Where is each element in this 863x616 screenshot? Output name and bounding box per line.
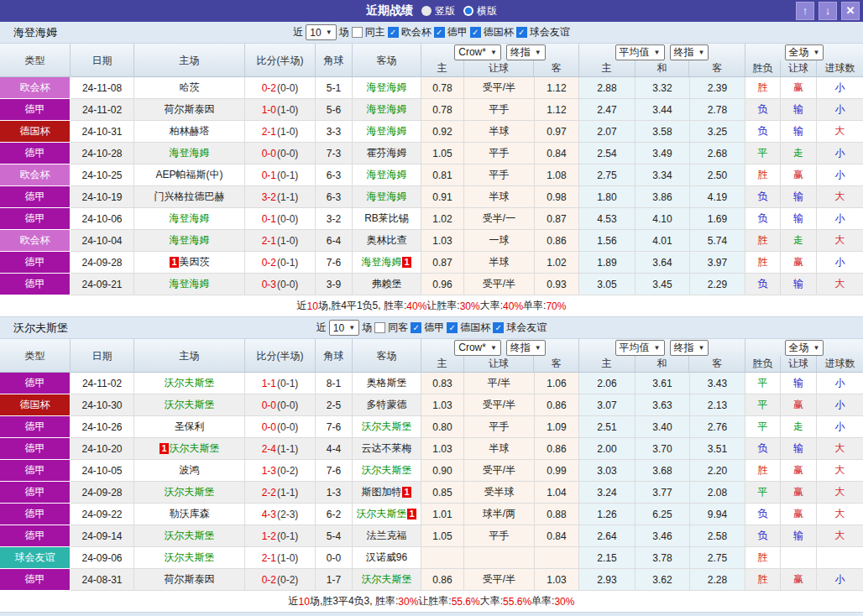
- col-away: 客场: [353, 339, 421, 373]
- close-icon: ✕: [846, 4, 855, 17]
- odds-home-cell: 0.86: [421, 569, 464, 591]
- odds-away-cell: 1.12: [535, 99, 579, 121]
- away-team-name: 沃尔夫斯堡: [362, 463, 412, 478]
- avg-home-cell: 2.64: [579, 525, 635, 547]
- goals-cell: [817, 547, 863, 569]
- odds-handicap-cell: 受平/半: [464, 274, 535, 295]
- avg-draw-cell: 3.58: [635, 121, 690, 143]
- avg-kind-select[interactable]: 终指▼: [670, 340, 709, 356]
- goals-cell: 大: [817, 121, 863, 143]
- halftime-score: (0-0): [277, 82, 298, 94]
- away-team-cell: RB莱比锡: [353, 208, 421, 230]
- league-checkbox[interactable]: ✓: [493, 322, 504, 333]
- scope-select[interactable]: 全场▼: [785, 44, 824, 60]
- col-odds-away: 客: [534, 60, 578, 76]
- recent-count-select[interactable]: 10▼: [329, 320, 359, 336]
- odds-source-select[interactable]: Crow*▼: [454, 340, 501, 356]
- goals-cell: 小: [817, 416, 863, 438]
- avg-draw-cell: 3.78: [635, 547, 690, 569]
- league-checkbox[interactable]: ✓: [447, 322, 458, 333]
- away-team-cell: 汉诺威96: [353, 547, 421, 569]
- avg-source-select[interactable]: 平均值▼: [615, 44, 665, 60]
- move-down-button[interactable]: ↓: [819, 2, 837, 20]
- summary-segment: 40%: [503, 300, 523, 312]
- col-score: 比分(半场): [245, 44, 316, 77]
- halftime-score: (0-0): [277, 213, 298, 225]
- odds-kind-select[interactable]: 终指▼: [506, 44, 546, 60]
- move-up-button[interactable]: ↑: [796, 2, 814, 20]
- league-label: 德甲: [447, 25, 468, 39]
- summary-segment: 大率:: [480, 299, 503, 313]
- avg-away-cell: 2.28: [690, 569, 745, 591]
- result-cell: 负: [745, 121, 781, 143]
- odds-away-cell: 0.84: [535, 143, 579, 164]
- type-cell: 德甲: [0, 525, 71, 547]
- table-header: 类型日期主场比分(半场)角球客场Crow*▼终指▼主让球客平均值▼终指▼主和客全…: [0, 339, 863, 373]
- avg-draw-cell: 3.40: [635, 416, 690, 438]
- date-cell: 24-10-25: [71, 164, 134, 186]
- home-team-name: 海登海姆: [170, 211, 210, 226]
- halftime-score: (1-0): [277, 235, 298, 247]
- avg-kind-select[interactable]: 终指▼: [670, 44, 709, 60]
- handicap-result-cell: 输: [781, 274, 817, 295]
- avg-away-cell: 2.75: [690, 547, 745, 569]
- halftime-score: (0-1): [277, 257, 298, 269]
- league-checkbox[interactable]: ✓: [516, 27, 527, 38]
- same-venue-checkbox[interactable]: [352, 27, 363, 38]
- league-checkbox[interactable]: ✓: [411, 322, 421, 333]
- col-corner: 角球: [316, 339, 353, 373]
- summary-row: 近10场,胜3平4负3, 胜率:30% 让胜率:55.6% 大率:55.6% 单…: [0, 591, 863, 613]
- avg-away-cell: 2.20: [690, 460, 745, 482]
- league-checkbox[interactable]: ✓: [388, 27, 399, 38]
- date-cell: 24-10-30: [71, 394, 134, 416]
- odds-kind-select[interactable]: 终指▼: [506, 340, 546, 356]
- same-venue-checkbox[interactable]: [374, 322, 385, 333]
- panel-title: 近期战绩: [366, 3, 413, 18]
- scope-select[interactable]: 全场▼: [785, 340, 824, 356]
- avg-home-cell: 2.75: [579, 164, 635, 186]
- radio-vertical-layout[interactable]: 竖版: [421, 4, 455, 18]
- avg-home-cell: 3.24: [579, 482, 635, 504]
- match-row: 德甲24-10-201沃尔夫斯堡2-4(1-1)4-4云达不莱梅1.03半球0.…: [0, 438, 863, 460]
- score-cell: 0-1(0-1): [245, 164, 316, 186]
- scope-subheaders: 胜负让球进球数: [745, 356, 863, 372]
- score-cell: 3-2(1-1): [245, 186, 316, 208]
- team-filter-row: 沃尔夫斯堡近10▼场同客✓德甲✓德国杯✓球会友谊: [0, 317, 863, 339]
- away-team-name: 多特蒙德: [367, 398, 407, 412]
- result-cell: 负: [745, 525, 781, 547]
- radio-horizontal-layout[interactable]: 横版: [463, 4, 497, 18]
- score-cell: 2-1(1-0): [245, 230, 316, 252]
- goals-cell: 小: [817, 208, 863, 230]
- odds-away-cell: 0.86: [535, 438, 579, 460]
- recent-count-select-value: 10: [310, 27, 321, 39]
- type-cell: 欧会杯: [0, 230, 71, 252]
- home-team-cell: 海登海姆: [134, 274, 245, 295]
- avg-home-cell: 2.54: [579, 143, 635, 164]
- odds-home-cell: 1.02: [421, 208, 464, 230]
- col-date: 日期: [71, 339, 134, 373]
- corner-cell: 1-3: [316, 482, 353, 504]
- odds-away-cell: 0.87: [535, 208, 579, 230]
- score-cell: 2-1(1-0): [245, 121, 316, 143]
- home-team-cell: 荷尔斯泰因: [134, 569, 245, 591]
- col-away: 客场: [353, 44, 421, 77]
- odds-handicap-cell: 平手: [464, 99, 535, 121]
- avg-home-cell: 2.51: [579, 416, 635, 438]
- result-cell: 平: [745, 373, 781, 394]
- radio-vertical-label: 竖版: [435, 4, 455, 18]
- recent-count-select[interactable]: 10▼: [306, 24, 336, 40]
- home-team-cell: 沃尔夫斯堡: [134, 394, 245, 416]
- league-checkbox[interactable]: ✓: [470, 27, 481, 38]
- corner-cell: 4-4: [316, 438, 353, 460]
- fulltime-score: 1-1: [262, 378, 276, 389]
- filter-controls: 近10▼场同主✓欧会杯✓德甲✓德国杯✓球会友谊: [293, 24, 569, 40]
- same-venue-label: 同客: [388, 321, 408, 335]
- avg-away-cell: 2.76: [690, 416, 745, 438]
- avg-source-select[interactable]: 平均值▼: [615, 340, 665, 356]
- corner-cell: 3-2: [316, 208, 353, 230]
- close-button[interactable]: ✕: [841, 2, 860, 20]
- odds-source-select[interactable]: Crow*▼: [454, 44, 501, 60]
- league-checkbox[interactable]: ✓: [434, 27, 445, 38]
- odds-home-cell: [421, 547, 464, 569]
- recent-label: 近: [316, 321, 327, 335]
